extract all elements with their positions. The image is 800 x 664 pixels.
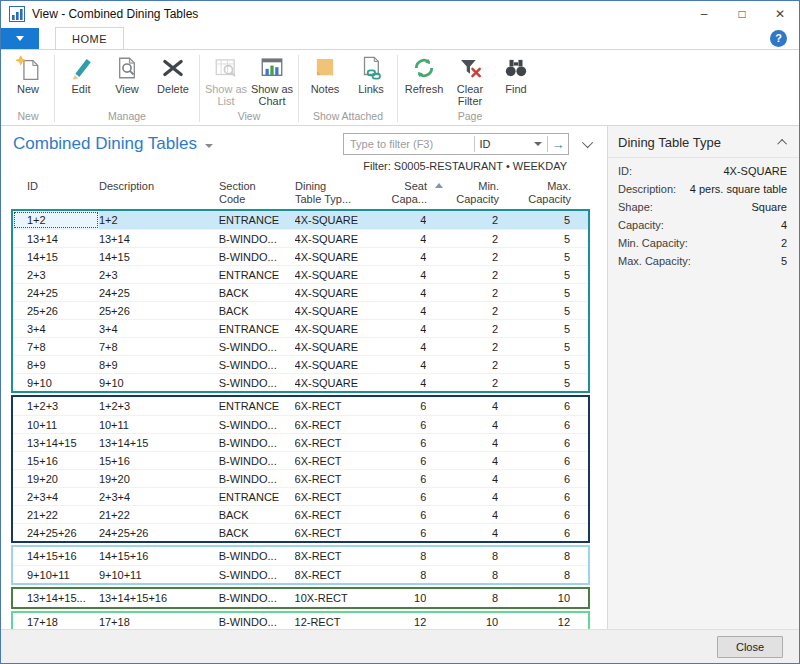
- cell-id[interactable]: 1+2+3: [13, 397, 99, 415]
- column-header-min[interactable]: Min. Capacity: [427, 180, 499, 206]
- cell-min[interactable]: 2: [426, 230, 498, 247]
- factbox-field-value[interactable]: Square: [752, 201, 787, 213]
- cell-type[interactable]: 4X-SQUARE: [295, 302, 377, 319]
- cell-description[interactable]: 15+16: [99, 452, 219, 469]
- cell-section[interactable]: BACK: [219, 302, 295, 319]
- cell-seat[interactable]: 4: [376, 211, 426, 229]
- cell-max[interactable]: 6: [498, 506, 588, 523]
- cell-description[interactable]: 13+14+15+16: [99, 589, 219, 607]
- cell-section[interactable]: S-WINDO...: [219, 566, 295, 583]
- cell-description[interactable]: 1+2+3: [99, 397, 219, 415]
- cell-id[interactable]: 14+15: [13, 248, 99, 265]
- cell-seat[interactable]: 6: [376, 524, 426, 541]
- notes-button[interactable]: Notes: [302, 52, 348, 97]
- cell-max[interactable]: 8: [498, 547, 588, 565]
- cell-section[interactable]: ENTRANCE: [219, 320, 295, 337]
- cell-section[interactable]: B-WINDO...: [219, 230, 295, 247]
- cell-description[interactable]: 24+25+26: [99, 524, 219, 541]
- cell-max[interactable]: 5: [498, 230, 588, 247]
- cell-type[interactable]: 4X-SQUARE: [295, 284, 377, 301]
- table-row[interactable]: 7+87+8S-WINDO...4X-SQUARE425: [13, 337, 588, 355]
- cell-min[interactable]: 2: [426, 302, 498, 319]
- column-header-max[interactable]: Max. Capacity: [499, 180, 589, 206]
- table-row[interactable]: 9+10+119+10+11S-WINDO...8X-RECT888: [13, 565, 588, 583]
- view-button[interactable]: View: [104, 52, 150, 97]
- refresh-button[interactable]: Refresh: [401, 52, 447, 97]
- factbox-field-value[interactable]: 5: [781, 255, 787, 267]
- cell-max[interactable]: 5: [498, 374, 588, 391]
- table-row[interactable]: 13+1413+14B-WINDO...4X-SQUARE425: [13, 229, 588, 247]
- cell-type[interactable]: 6X-RECT: [295, 397, 377, 415]
- cell-max[interactable]: 6: [498, 470, 588, 487]
- cell-description[interactable]: 19+20: [99, 470, 219, 487]
- filter-pane-chevron-icon[interactable]: [582, 137, 593, 148]
- cell-seat[interactable]: 4: [376, 374, 426, 391]
- cell-min[interactable]: 10: [426, 613, 498, 629]
- cell-seat[interactable]: 8: [376, 566, 426, 583]
- factbox-field-value[interactable]: 4X-SQUARE: [723, 165, 787, 177]
- help-icon[interactable]: ?: [770, 30, 787, 47]
- application-menu-button[interactable]: [1, 28, 39, 49]
- cell-type[interactable]: 4X-SQUARE: [295, 374, 377, 391]
- cell-seat[interactable]: 4: [376, 284, 426, 301]
- cell-seat[interactable]: 6: [376, 470, 426, 487]
- table-row[interactable]: 19+2019+20B-WINDO...6X-RECT646: [13, 469, 588, 487]
- cell-max[interactable]: 6: [498, 452, 588, 469]
- cell-id[interactable]: 9+10: [13, 374, 99, 391]
- maximize-icon[interactable]: □: [723, 2, 761, 26]
- cell-id[interactable]: 25+26: [13, 302, 99, 319]
- cell-min[interactable]: 4: [426, 452, 498, 469]
- cell-min[interactable]: 2: [426, 374, 498, 391]
- cell-section[interactable]: BACK: [219, 524, 295, 541]
- table-row[interactable]: 14+1514+15B-WINDO...4X-SQUARE425: [13, 247, 588, 265]
- cell-min[interactable]: 4: [426, 416, 498, 433]
- cell-type[interactable]: 6X-RECT: [295, 452, 377, 469]
- cell-id[interactable]: 13+14+15: [13, 434, 99, 451]
- cell-description[interactable]: 7+8: [99, 338, 219, 355]
- edit-button[interactable]: Edit: [58, 52, 104, 97]
- show-as-chart-button[interactable]: Show as Chart: [249, 52, 295, 109]
- cell-type[interactable]: 4X-SQUARE: [295, 230, 377, 247]
- cell-type[interactable]: 6X-RECT: [295, 416, 377, 433]
- cell-min[interactable]: 4: [426, 488, 498, 505]
- cell-section[interactable]: S-WINDO...: [219, 338, 295, 355]
- cell-min[interactable]: 4: [426, 506, 498, 523]
- cell-id[interactable]: 10+11: [13, 416, 99, 433]
- page-title-caret-icon[interactable]: [205, 144, 213, 148]
- cell-description[interactable]: 8+9: [99, 356, 219, 373]
- cell-min[interactable]: 2: [426, 211, 498, 229]
- cell-section[interactable]: ENTRANCE: [219, 488, 295, 505]
- cell-description[interactable]: 2+3: [99, 266, 219, 283]
- cell-id[interactable]: 17+18: [13, 613, 99, 629]
- cell-type[interactable]: 12-RECT: [295, 613, 377, 629]
- cell-description[interactable]: 9+10: [99, 374, 219, 391]
- cell-seat[interactable]: 4: [376, 248, 426, 265]
- cell-max[interactable]: 6: [498, 524, 588, 541]
- cell-type[interactable]: 6X-RECT: [295, 434, 377, 451]
- cell-min[interactable]: 8: [426, 566, 498, 583]
- table-row[interactable]: 15+1615+16B-WINDO...6X-RECT646: [13, 451, 588, 469]
- tab-home[interactable]: HOME: [55, 27, 124, 49]
- cell-type[interactable]: 8X-RECT: [295, 547, 377, 565]
- delete-button[interactable]: Delete: [150, 52, 196, 97]
- cell-section[interactable]: BACK: [219, 284, 295, 301]
- cell-id[interactable]: 7+8: [13, 338, 99, 355]
- table-row[interactable]: 2+32+3ENTRANCE4X-SQUARE425: [13, 265, 588, 283]
- cell-min[interactable]: 2: [426, 248, 498, 265]
- cell-id[interactable]: 8+9: [13, 356, 99, 373]
- cell-max[interactable]: 5: [498, 320, 588, 337]
- cell-seat[interactable]: 12: [376, 613, 426, 629]
- cell-max[interactable]: 5: [498, 302, 588, 319]
- cell-id[interactable]: 19+20: [13, 470, 99, 487]
- filter-input[interactable]: [344, 134, 474, 154]
- links-button[interactable]: Links: [348, 52, 394, 97]
- factbox-header[interactable]: Dining Table Type: [608, 126, 799, 158]
- table-row[interactable]: 24+2524+25BACK4X-SQUARE425: [13, 283, 588, 301]
- cell-id[interactable]: 3+4: [13, 320, 99, 337]
- cell-min[interactable]: 2: [426, 356, 498, 373]
- cell-seat[interactable]: 10: [376, 589, 426, 607]
- cell-section[interactable]: S-WINDO...: [219, 356, 295, 373]
- table-row[interactable]: 21+2221+22BACK6X-RECT646: [13, 505, 588, 523]
- cell-seat[interactable]: 4: [376, 230, 426, 247]
- cell-section[interactable]: B-WINDO...: [219, 470, 295, 487]
